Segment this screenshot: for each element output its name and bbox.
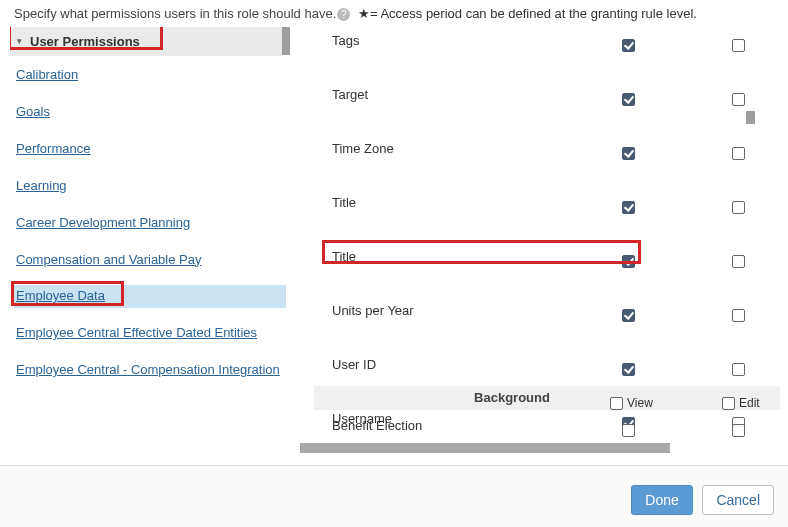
checkbox[interactable] <box>722 397 735 410</box>
sidebar-item-goals[interactable]: Goals <box>14 101 286 124</box>
view-checkbox[interactable] <box>622 93 635 106</box>
sidebar-item-career-dev[interactable]: Career Development Planning <box>14 212 286 235</box>
edit-checkbox[interactable] <box>732 255 745 268</box>
cancel-button[interactable]: Cancel <box>702 485 774 515</box>
chevron-down-icon: ▾ <box>17 36 22 46</box>
edit-checkbox[interactable] <box>732 309 745 322</box>
sidebar-item-comp-varpay[interactable]: Compensation and Variable Pay <box>14 249 286 272</box>
sidebar-scrollbar[interactable] <box>282 27 290 55</box>
help-icon[interactable]: ? <box>337 8 350 21</box>
table-row: Title <box>300 243 780 270</box>
row-label: Target <box>332 81 368 108</box>
background-title: Background <box>300 386 780 410</box>
checkbox[interactable] <box>610 397 623 410</box>
view-checkbox[interactable] <box>622 424 635 437</box>
table-row: Time Zone <box>300 135 780 162</box>
sidebar-item-performance[interactable]: Performance <box>14 138 286 161</box>
view-checkbox[interactable] <box>622 39 635 52</box>
content-h-scrollbar[interactable] <box>300 443 670 453</box>
edit-checkbox[interactable] <box>732 363 745 376</box>
sidebar-item-learning[interactable]: Learning <box>14 175 286 198</box>
row-label: Units per Year <box>332 297 414 324</box>
view-checkbox[interactable] <box>622 363 635 376</box>
sidebar-item-calibration[interactable]: Calibration <box>14 64 286 87</box>
row-label: Tags <box>332 27 359 54</box>
instruction-prefix: Specify what permissions users in this r… <box>14 6 336 21</box>
instruction-suffix: ★= Access period can be defined at the g… <box>358 6 697 21</box>
view-checkbox[interactable] <box>622 147 635 160</box>
permission-table: TagsTargetTime ZoneTitleTitleUnits per Y… <box>300 27 780 453</box>
sidebar-section-title: User Permissions <box>30 34 140 49</box>
table-row: Tags <box>300 27 780 54</box>
table-row: Title <box>300 189 780 216</box>
sidebar: ▾ User Permissions Calibration Goals Per… <box>10 27 290 453</box>
table-row: Target <box>300 81 780 108</box>
done-button[interactable]: Done <box>631 485 692 515</box>
tz-extra-indicator <box>746 111 755 124</box>
sidebar-item-label: Employee Data <box>16 288 105 303</box>
table-row: Benefit Election <box>300 412 780 439</box>
edit-checkbox[interactable] <box>732 147 745 160</box>
row-label: Title <box>332 189 356 216</box>
row-label: User ID <box>332 351 376 378</box>
table-row: Units per Year <box>300 297 780 324</box>
row-label: Time Zone <box>332 135 394 162</box>
edit-checkbox[interactable] <box>732 424 745 437</box>
view-checkbox[interactable] <box>622 201 635 214</box>
background-subheader: Background View Edit <box>314 386 780 410</box>
sidebar-item-ec-comp-integration[interactable]: Employee Central - Compensation Integrat… <box>14 359 286 382</box>
view-checkbox[interactable] <box>622 309 635 322</box>
sidebar-item-ec-effective-dated[interactable]: Employee Central Effective Dated Entitie… <box>14 322 286 345</box>
sidebar-section-header[interactable]: ▾ User Permissions <box>10 27 282 56</box>
row-label: Benefit Election <box>332 412 422 439</box>
sidebar-item-employee-data[interactable]: Employee Data <box>14 285 286 308</box>
instruction-text: Specify what permissions users in this r… <box>0 0 788 27</box>
view-checkbox[interactable] <box>622 255 635 268</box>
row-label: Title <box>332 243 356 270</box>
edit-checkbox[interactable] <box>732 93 745 106</box>
edit-checkbox[interactable] <box>732 201 745 214</box>
edit-checkbox[interactable] <box>732 39 745 52</box>
table-row: User ID <box>300 351 780 378</box>
dialog-footer: Done Cancel <box>0 465 788 527</box>
